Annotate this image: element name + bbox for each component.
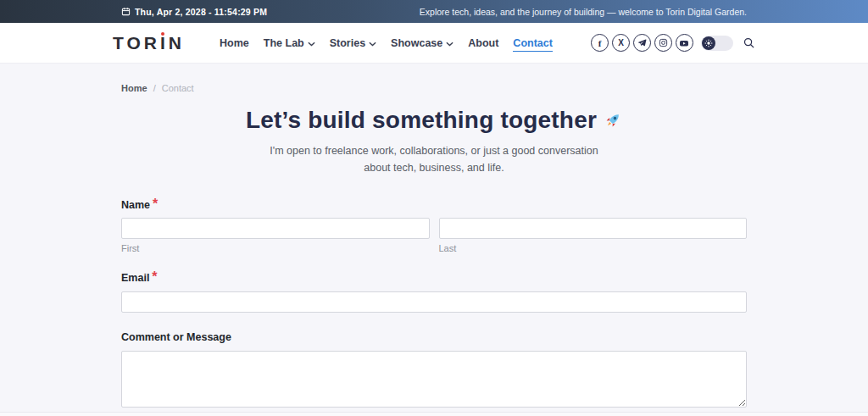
email-label: Email <box>121 272 149 284</box>
first-name-helper: First <box>121 243 430 253</box>
breadcrumb: Home / Contact <box>121 83 747 93</box>
footer-divider <box>0 412 868 416</box>
message-label: Comment or Message <box>121 331 231 343</box>
site-logo[interactable]: TORIN <box>113 33 185 53</box>
top-bar: Thu, Apr 2, 2028 - 11:54:29 PM Explore t… <box>0 0 868 23</box>
nav-item-stories[interactable]: Stories <box>330 33 376 53</box>
nav-item-showcase[interactable]: Showcase <box>391 33 453 53</box>
instagram-link[interactable] <box>654 34 672 52</box>
facebook-link[interactable]: f <box>591 34 609 52</box>
chevron-down-icon <box>369 37 376 49</box>
rocket-icon <box>604 111 622 130</box>
breadcrumb-current: Contact <box>162 83 194 93</box>
required-asterisk: * <box>152 269 157 284</box>
last-name-helper: Last <box>439 243 748 253</box>
x-twitter-link[interactable]: X <box>612 34 630 52</box>
search-icon <box>743 36 755 49</box>
youtube-icon <box>679 38 689 48</box>
breadcrumb-separator: / <box>153 83 156 93</box>
breadcrumb-home-link[interactable]: Home <box>121 83 147 93</box>
youtube-link[interactable] <box>676 34 693 52</box>
page-title-text: Let’s build something together <box>246 107 597 134</box>
nav-item-the-lab[interactable]: The Lab <box>264 33 315 53</box>
header-actions: f X <box>587 34 755 52</box>
required-asterisk: * <box>153 197 158 211</box>
message-textarea[interactable] <box>121 351 747 408</box>
facebook-icon: f <box>598 38 602 48</box>
telegram-link[interactable] <box>633 34 651 52</box>
logo-text-dotted-i: I <box>160 33 169 53</box>
logo-text-post: N <box>169 33 185 53</box>
page-subtitle: I'm open to freelance work, collaboratio… <box>121 142 747 176</box>
search-button[interactable] <box>743 36 755 49</box>
email-input[interactable] <box>121 291 747 313</box>
page-title: Let’s build something together <box>246 107 622 134</box>
first-name-input[interactable] <box>121 218 430 239</box>
topbar-tagline: Explore tech, ideas, and the journey of … <box>420 7 747 17</box>
telegram-icon <box>637 38 647 47</box>
nav-item-contact[interactable]: Contact <box>513 34 553 53</box>
nav-item-home[interactable]: Home <box>220 34 249 53</box>
instagram-icon <box>659 38 668 47</box>
contact-form: Name* First Last Email* Comment or Messa… <box>121 197 747 416</box>
main-nav: Home The Lab Stories Showcase <box>220 33 553 53</box>
datetime-text: Thu, Apr 2, 2028 - 11:54:29 PM <box>135 7 267 17</box>
topbar-datetime: Thu, Apr 2, 2028 - 11:54:29 PM <box>121 7 267 17</box>
chevron-down-icon <box>446 37 453 49</box>
name-label: Name <box>121 199 150 211</box>
theme-toggle-knob <box>702 36 715 50</box>
site-header: TORIN Home The Lab Stories Showcase <box>0 23 868 63</box>
calendar-icon <box>121 7 131 16</box>
nav-item-about[interactable]: About <box>468 34 498 53</box>
sun-icon <box>704 39 713 47</box>
last-name-input[interactable] <box>439 218 748 239</box>
logo-text-pre: TOR <box>113 33 160 53</box>
chevron-down-icon <box>308 37 315 49</box>
x-icon: X <box>618 38 624 47</box>
theme-toggle[interactable] <box>701 36 733 51</box>
